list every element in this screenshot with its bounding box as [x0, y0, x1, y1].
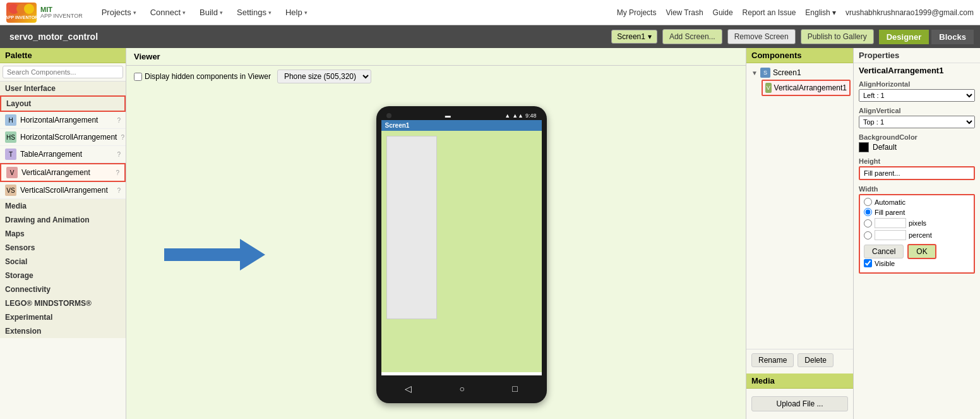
- delete-button[interactable]: Delete: [798, 353, 834, 367]
- add-screen-button[interactable]: Add Screen...: [662, 29, 722, 44]
- color-swatch[interactable]: [859, 142, 869, 152]
- report-issue-link[interactable]: Report an Issue: [743, 8, 796, 17]
- display-hidden-checkbox[interactable]: [134, 73, 142, 81]
- settings-arrow-icon: ▾: [268, 9, 272, 16]
- pixels-radio[interactable]: [864, 219, 872, 228]
- palette-section-storage[interactable]: Storage: [0, 269, 126, 282]
- bg-color-text: Default: [873, 143, 897, 152]
- nav-connect[interactable]: Connect ▾: [144, 5, 192, 20]
- recents-button-icon[interactable]: □: [512, 384, 517, 394]
- screen-dropdown[interactable]: Screen1 ▾: [611, 30, 657, 44]
- palette-section-drawing[interactable]: Drawing and Animation: [0, 213, 126, 227]
- palette-item-vertical-arrangement[interactable]: V VerticalArrangement ?: [0, 163, 126, 182]
- pixels-radio-row: pixels: [864, 218, 970, 228]
- palette-section-lego[interactable]: LEGO® MINDSTORMS®: [0, 296, 126, 310]
- designer-button[interactable]: Designer: [879, 30, 929, 44]
- phone-size-select[interactable]: Phone size (505,320): [277, 70, 371, 83]
- fill-parent-radio-row: Fill parent: [864, 208, 970, 216]
- align-vertical-row: AlignVertical Top : 1: [859, 107, 975, 128]
- comp-item-screen1[interactable]: ▼ S Screen1: [749, 66, 851, 80]
- my-projects-link[interactable]: My Projects: [617, 8, 657, 17]
- expand-icon[interactable]: ▼: [751, 70, 758, 76]
- palette-search-area: [0, 63, 126, 82]
- automatic-radio[interactable]: [864, 198, 872, 206]
- upload-file-button[interactable]: Upload File ...: [751, 396, 848, 411]
- palette-section-social[interactable]: Social: [0, 255, 126, 269]
- view-trash-link[interactable]: View Trash: [666, 8, 703, 17]
- app-logo: APP INVENTOR: [6, 3, 37, 23]
- phone-nav-bar: ◁ ○ □: [381, 379, 542, 398]
- blue-arrow-icon: [164, 239, 265, 270]
- palette-item-vertical-scroll-arrangement[interactable]: VS VerticalScrollArrangement ?: [0, 182, 126, 199]
- guide-link[interactable]: Guide: [713, 8, 733, 17]
- viewer-header: Viewer: [126, 48, 746, 66]
- publish-gallery-button[interactable]: Publish to Gallery: [801, 29, 874, 44]
- connect-arrow-icon: ▾: [182, 9, 186, 16]
- display-hidden-label[interactable]: Display hidden components in Viewer: [134, 72, 271, 81]
- hs-arr-info-icon[interactable]: ?: [121, 134, 124, 141]
- height-label: Height: [859, 157, 975, 165]
- blocks-button[interactable]: Blocks: [931, 30, 974, 44]
- percent-radio-row: percent: [864, 230, 970, 240]
- align-horizontal-select[interactable]: Left : 1: [859, 89, 975, 102]
- bg-color-value-row: Default: [859, 142, 975, 152]
- percent-radio[interactable]: [864, 231, 872, 240]
- palette-section-layout[interactable]: Layout: [0, 95, 126, 112]
- components-panel: Components ▼ S Screen1 V VerticalArrange…: [746, 48, 854, 419]
- palette-section-extension[interactable]: Extension: [0, 324, 126, 338]
- t-arr-info-icon[interactable]: ?: [117, 151, 121, 158]
- palette-section-experimental[interactable]: Experimental: [0, 310, 126, 324]
- wifi-icon: ▲: [505, 112, 510, 119]
- language-selector[interactable]: English ▾: [805, 8, 836, 17]
- viewer-controls: Display hidden components in Viewer Phon…: [126, 66, 746, 87]
- arrow-container: [164, 239, 265, 270]
- align-horizontal-row: AlignHorizontal Left : 1: [859, 80, 975, 102]
- nav-build[interactable]: Build ▾: [193, 5, 229, 20]
- pixels-input[interactable]: [875, 218, 906, 228]
- vertical-scroll-arrangement-icon: VS: [5, 185, 16, 196]
- rename-button[interactable]: Rename: [751, 353, 794, 367]
- palette-item-horizontal-arrangement[interactable]: H HorizontalArrangement ?: [0, 112, 126, 129]
- ok-button[interactable]: OK: [907, 244, 936, 259]
- palette-section-connectivity[interactable]: Connectivity: [0, 282, 126, 296]
- fill-parent-radio[interactable]: [864, 208, 872, 216]
- visible-checkbox-row: Visible: [864, 259, 970, 267]
- home-button-icon[interactable]: ○: [460, 384, 465, 394]
- height-value-box[interactable]: Fill parent...: [859, 166, 975, 180]
- nav-right: My Projects View Trash Guide Report an I…: [617, 8, 974, 17]
- screen-dropdown-arrow-icon: ▾: [648, 32, 652, 41]
- phone-screen-area: Screen1: [381, 120, 542, 375]
- v-arr-info-icon[interactable]: ?: [116, 169, 119, 176]
- palette-search-input[interactable]: [3, 66, 123, 78]
- bg-color-label: BackgroundColor: [859, 133, 975, 141]
- cancel-button[interactable]: Cancel: [864, 245, 904, 258]
- back-button-icon[interactable]: ◁: [405, 384, 412, 394]
- visible-checkbox[interactable]: [864, 259, 872, 267]
- palette-section-user-interface[interactable]: User Interface: [0, 82, 126, 95]
- height-row: Height Fill parent...: [859, 157, 975, 180]
- phone-time: 9:48: [525, 112, 537, 119]
- remove-screen-button[interactable]: Remove Screen: [727, 29, 796, 44]
- percent-label: percent: [909, 231, 932, 239]
- align-vertical-select[interactable]: Top : 1: [859, 116, 975, 128]
- width-buttons-row: Cancel OK: [864, 244, 970, 259]
- comp-item-vertical-arrangement[interactable]: V VerticalArrangement1: [762, 80, 851, 96]
- screen1-icon: S: [760, 68, 770, 78]
- nav-projects[interactable]: Projects ▾: [95, 5, 143, 20]
- palette-item-table-arrangement[interactable]: T TableArrangement ?: [0, 146, 126, 163]
- phone-status-bar: ▲ ▲▲ 9:48: [505, 112, 536, 119]
- palette-item-horizontal-scroll-arrangement[interactable]: HS HorizontalScrollArrangement ?: [0, 129, 126, 146]
- nav-settings[interactable]: Settings ▾: [230, 5, 278, 20]
- palette-section-sensors[interactable]: Sensors: [0, 241, 126, 255]
- percent-input[interactable]: [875, 230, 906, 240]
- nav-help[interactable]: Help ▾: [279, 5, 314, 20]
- palette-section-media[interactable]: Media: [0, 199, 126, 213]
- properties-title: Properties: [854, 48, 980, 63]
- h-arr-info-icon[interactable]: ?: [117, 117, 121, 124]
- component-title: VerticalArrangement1: [859, 66, 975, 75]
- main-layout: Palette User Interface Layout H Horizont…: [0, 48, 980, 419]
- table-arrangement-icon: T: [5, 149, 16, 160]
- bg-color-row: BackgroundColor Default: [859, 133, 975, 152]
- vs-arr-info-icon[interactable]: ?: [117, 187, 121, 194]
- palette-section-maps[interactable]: Maps: [0, 227, 126, 241]
